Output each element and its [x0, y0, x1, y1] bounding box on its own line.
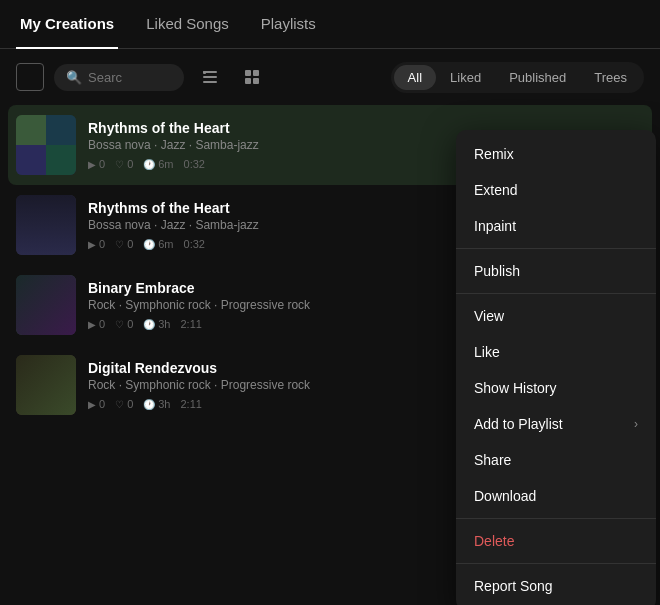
menu-item-delete[interactable]: Delete — [456, 523, 656, 559]
play-icon: ▶ — [88, 159, 96, 170]
submenu-arrow-icon: › — [634, 417, 638, 431]
clock-icon: 🕐 — [143, 159, 155, 170]
heart-icon: ♡ — [115, 159, 124, 170]
svg-rect-6 — [245, 78, 251, 84]
menu-item-share[interactable]: Share — [456, 442, 656, 478]
like-count: ♡ 0 — [115, 158, 133, 170]
play-icon: ▶ — [88, 319, 96, 330]
play-icon: ▶ — [88, 239, 96, 250]
play-count: ▶ 0 — [88, 158, 105, 170]
grid-view-icon[interactable] — [236, 61, 268, 93]
song-duration: 0:32 — [184, 158, 205, 170]
nav-tab-playlists[interactable]: Playlists — [257, 0, 320, 49]
menu-item-report-song[interactable]: Report Song — [456, 568, 656, 604]
menu-item-add-to-playlist[interactable]: Add to Playlist › — [456, 406, 656, 442]
heart-icon: ♡ — [115, 399, 124, 410]
menu-item-show-history[interactable]: Show History — [456, 370, 656, 406]
like-count: ♡ 0 — [115, 318, 133, 330]
menu-item-publish[interactable]: Publish — [456, 253, 656, 289]
menu-divider — [456, 518, 656, 519]
menu-item-remix[interactable]: Remix — [456, 136, 656, 172]
svg-rect-4 — [245, 70, 251, 76]
menu-divider — [456, 563, 656, 564]
song-thumbnail — [16, 275, 76, 335]
filter-tab-all[interactable]: All — [394, 65, 436, 90]
play-count: ▶ 0 — [88, 398, 105, 410]
song-age: 🕐 6m — [143, 158, 173, 170]
menu-item-download[interactable]: Download — [456, 478, 656, 514]
play-count: ▶ 0 — [88, 238, 105, 250]
svg-rect-5 — [253, 70, 259, 76]
search-icon: 🔍 — [66, 70, 82, 85]
menu-divider — [456, 293, 656, 294]
like-count: ♡ 0 — [115, 398, 133, 410]
clock-icon: 🕐 — [143, 239, 155, 250]
song-duration: 2:11 — [181, 318, 202, 330]
list-view-icon[interactable] — [194, 61, 226, 93]
menu-item-view[interactable]: View — [456, 298, 656, 334]
search-box: 🔍 — [54, 64, 184, 91]
menu-item-extend[interactable]: Extend — [456, 172, 656, 208]
filter-tabs: All Liked Published Trees — [391, 62, 644, 93]
song-thumbnail — [16, 115, 76, 175]
clock-icon: 🕐 — [143, 399, 155, 410]
song-age: 🕐 3h — [143, 398, 170, 410]
select-all-checkbox[interactable] — [16, 63, 44, 91]
context-menu: Remix Extend Inpaint Publish View Like S… — [456, 130, 656, 605]
svg-rect-2 — [203, 81, 217, 83]
filter-tab-trees[interactable]: Trees — [580, 65, 641, 90]
toolbar: 🔍 All Liked Published Trees — [0, 49, 660, 105]
song-duration: 2:11 — [181, 398, 202, 410]
filter-tab-liked[interactable]: Liked — [436, 65, 495, 90]
svg-rect-3 — [203, 71, 206, 74]
play-icon: ▶ — [88, 399, 96, 410]
song-thumbnail — [16, 195, 76, 255]
clock-icon: 🕐 — [143, 319, 155, 330]
menu-divider — [456, 248, 656, 249]
song-thumbnail — [16, 355, 76, 415]
menu-item-inpaint[interactable]: Inpaint — [456, 208, 656, 244]
song-age: 🕐 3h — [143, 318, 170, 330]
play-count: ▶ 0 — [88, 318, 105, 330]
filter-tab-published[interactable]: Published — [495, 65, 580, 90]
search-input[interactable] — [88, 70, 168, 85]
heart-icon: ♡ — [115, 319, 124, 330]
song-age: 🕐 6m — [143, 238, 173, 250]
nav-tab-liked-songs[interactable]: Liked Songs — [142, 0, 233, 49]
heart-icon: ♡ — [115, 239, 124, 250]
nav-tab-my-creations[interactable]: My Creations — [16, 0, 118, 49]
svg-rect-7 — [253, 78, 259, 84]
song-duration: 0:32 — [184, 238, 205, 250]
svg-rect-1 — [203, 76, 217, 78]
nav-header: My Creations Liked Songs Playlists — [0, 0, 660, 49]
menu-item-like[interactable]: Like — [456, 334, 656, 370]
like-count: ♡ 0 — [115, 238, 133, 250]
